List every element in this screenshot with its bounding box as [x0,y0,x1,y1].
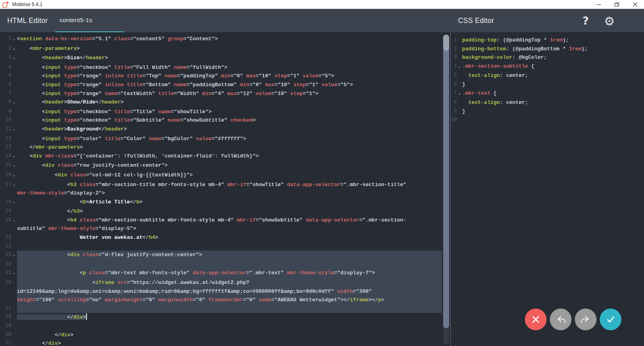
code-text[interactable]: .mbr-section-subtitle { [462,62,644,72]
code-text[interactable]: <div class="row justify-content-center"> [17,161,442,171]
apply-button[interactable] [600,309,621,330]
code-text[interactable]: <iframe src="https://widget.awekas.at/wi… [17,278,442,305]
fold-arrow-icon[interactable]: ▾ [11,35,17,44]
code-text[interactable]: <input type="range" name="textWidth" tit… [17,89,442,98]
fold-arrow-icon[interactable]: ▾ [11,44,17,54]
code-line-4[interactable]: 4▾.mbr-section-subtitle { [451,62,644,72]
code-line-25[interactable]: 25▾ <p class="mbr-text mbr-fonts-style" … [0,269,442,278]
fold-arrow-icon[interactable]: ▾ [11,216,17,233]
code-line-5[interactable]: 5 <input type="range" inline title="Top"… [0,72,442,81]
fold-arrow-icon[interactable]: ▾ [11,152,17,162]
code-text[interactable]: <input type="checkbox" title="Full Width… [17,63,442,72]
code-text[interactable]: </h3> [17,207,442,216]
code-text[interactable] [17,242,442,251]
code-line-8[interactable]: 8 text-align: center; [451,98,644,107]
code-line-28[interactable]: 28 </div> [0,313,442,322]
code-text[interactable]: <header>Size</header> [17,54,442,63]
code-text[interactable]: padding-bottom: (@paddingBottom * 1rem); [462,45,644,54]
code-line-18[interactable]: 18▾ <b>Article Title</b> [0,198,442,207]
scrollbar[interactable] [443,35,449,344]
code-line-10[interactable]: 10 [451,116,644,124]
code-line-27[interactable]: 27 [0,305,442,313]
fold-arrow-icon[interactable]: ▾ [11,98,17,108]
code-text[interactable]: <header>Background</header> [17,125,442,135]
redo-button[interactable] [575,309,597,330]
code-line-31[interactable]: 31 </div> [0,339,442,346]
fold-arrow-icon[interactable]: ▾ [11,269,17,278]
code-text[interactable]: </mbr-parameters> [17,143,442,152]
minimize-icon[interactable] [590,0,608,9]
code-line-4[interactable]: 4 <input type="checkbox" title="Full Wid… [0,63,442,72]
undo-button[interactable] [550,309,572,330]
code-line-15[interactable]: 15▾ <div class="row justify-content-cent… [0,161,442,171]
settings-gear-icon[interactable]: ⚙ [602,13,617,29]
code-line-22[interactable]: 22 [0,242,442,251]
code-line-6[interactable]: 6 <input type="range" inline title="Bott… [0,81,442,89]
html-code-editor[interactable]: 1▾<section data-bs-version="5.1" class="… [0,32,442,346]
code-line-9[interactable]: 9} [451,107,644,116]
fold-arrow-icon[interactable]: ▾ [11,251,17,260]
code-line-7[interactable]: 7▾.mbr-text { [451,89,644,99]
code-text[interactable] [17,260,442,269]
code-text[interactable] [17,305,442,313]
code-line-8[interactable]: 8▾ <header>Show/Hide</header> [0,98,442,108]
code-text[interactable]: <h4 class="mbr-section-subtitle mbr-font… [17,216,442,233]
code-text[interactable]: </div> [17,313,442,322]
code-line-26[interactable]: 26 <iframe src="https://widget.awekas.at… [0,278,442,305]
code-text[interactable]: Wetter von awekas.at</h4> [17,233,442,242]
code-line-29[interactable]: 29 [0,322,442,331]
code-text[interactable]: <section data-bs-version="5.1" class="co… [17,35,442,44]
code-line-30[interactable]: 30 </div> [0,331,442,340]
code-line-3[interactable]: 3▾ <header>Size</header> [0,54,442,63]
code-text[interactable]: <p class="mbr-text mbr-fonts-style" data… [17,269,442,278]
code-text[interactable]: text-align: center; [462,98,644,107]
fold-arrow-icon[interactable]: ▾ [11,54,17,63]
code-line-9[interactable]: 9 <input type="checkbox" title="Title" n… [0,108,442,116]
code-text[interactable]: <input type="range" inline title="Top" n… [17,72,442,81]
code-line-12[interactable]: 12 <input type="color" title="Color" nam… [0,135,442,143]
code-line-16[interactable]: 16▾ <div class="col-md-12 col-lg-{{textW… [0,171,442,180]
code-line-19[interactable]: 19 </h3> [0,207,442,216]
code-text[interactable]: <mbr-parameters> [17,44,442,54]
close-icon[interactable] [626,0,644,9]
code-line-20[interactable]: 20▾ <h4 class="mbr-section-subtitle mbr-… [0,216,442,233]
code-line-13[interactable]: 13 </mbr-parameters> [0,143,442,152]
code-text[interactable]: <input type="range" inline title="Bottom… [17,81,442,89]
tab-content5-1s[interactable]: content5-1s [55,9,124,32]
code-text[interactable]: <input type="checkbox" title="Title" nam… [17,108,442,116]
code-line-1[interactable]: 1▾<section data-bs-version="5.1" class="… [0,35,442,44]
css-code-editor[interactable]: 1padding-top: (@paddingTop * 1rem);2padd… [451,32,644,124]
code-text[interactable]: <input type="color" title="Color" name="… [17,135,442,143]
code-line-21[interactable]: 21 Wetter von awekas.at</h4> [0,233,442,242]
code-line-2[interactable]: 2padding-bottom: (@paddingBottom * 1rem)… [451,45,644,54]
fold-arrow-icon[interactable]: ▾ [11,171,17,180]
code-text[interactable]: <b>Article Title</b> [17,198,442,207]
scrollbar-thumb[interactable] [443,35,449,328]
fold-arrow-icon[interactable]: ▾ [11,180,17,198]
code-text[interactable]: background-color: @bgColor; [462,53,644,62]
code-line-6[interactable]: 6} [451,80,644,89]
code-line-10[interactable]: 10 <input type="checkbox" title="Subtitl… [0,116,442,125]
code-text[interactable]: <div class="d-flex justify-content-cente… [17,251,442,260]
code-line-14[interactable]: 14▾ <div mbr-class="{'container': !fullW… [0,152,442,162]
code-text[interactable]: <h3 class="mbr-section-title mbr-fonts-s… [17,180,442,198]
code-text[interactable]: text-align: center; [462,71,644,80]
code-text[interactable]: .mbr-text { [462,89,644,99]
code-line-7[interactable]: 7 <input type="range" name="textWidth" t… [0,89,442,98]
fold-arrow-icon[interactable]: ▾ [11,161,17,171]
code-text[interactable]: <header>Show/Hide</header> [17,98,442,108]
code-text[interactable]: <input type="checkbox" title="Subtitle" … [17,116,442,125]
code-text[interactable]: } [462,107,644,116]
code-text[interactable]: </div> [17,339,442,346]
fold-arrow-icon[interactable]: ▾ [457,62,462,72]
code-text[interactable] [462,116,644,124]
code-text[interactable] [17,322,442,331]
code-line-23[interactable]: 23▾ <div class="d-flex justify-content-c… [0,251,442,260]
code-line-24[interactable]: 24 [0,260,442,269]
code-text[interactable]: } [462,80,644,89]
restore-icon[interactable] [608,0,626,9]
code-line-1[interactable]: 1padding-top: (@paddingTop * 1rem); [451,36,644,45]
code-line-2[interactable]: 2▾ <mbr-parameters> [0,44,442,54]
cancel-button[interactable] [525,309,547,330]
fold-arrow-icon[interactable]: ▾ [457,89,462,99]
